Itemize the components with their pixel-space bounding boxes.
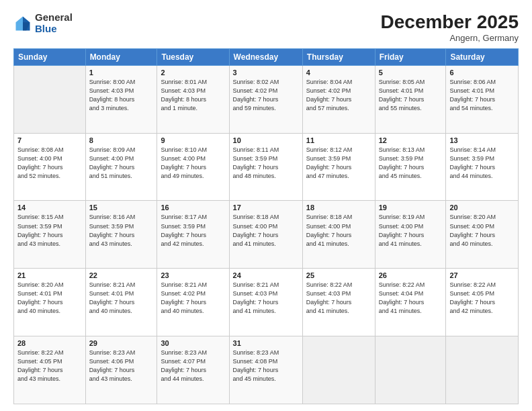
day-number: 28 xyxy=(17,339,82,347)
table-row xyxy=(14,65,86,133)
day-info: Sunrise: 8:14 AM Sunset: 3:59 PM Dayligh… xyxy=(449,146,515,181)
table-row: 17Sunrise: 8:18 AM Sunset: 4:00 PM Dayli… xyxy=(229,201,302,269)
day-info: Sunrise: 8:15 AM Sunset: 3:59 PM Dayligh… xyxy=(17,213,82,248)
day-number: 19 xyxy=(379,203,443,212)
day-info: Sunrise: 8:08 AM Sunset: 4:00 PM Dayligh… xyxy=(17,146,82,181)
table-row: 6Sunrise: 8:06 AM Sunset: 4:01 PM Daylig… xyxy=(446,65,519,133)
day-info: Sunrise: 8:22 AM Sunset: 4:04 PM Dayligh… xyxy=(379,281,443,316)
day-info: Sunrise: 8:23 AM Sunset: 4:06 PM Dayligh… xyxy=(89,349,154,383)
day-number: 15 xyxy=(89,203,154,212)
day-info: Sunrise: 8:18 AM Sunset: 4:00 PM Dayligh… xyxy=(306,213,371,248)
calendar-week-row: 7Sunrise: 8:08 AM Sunset: 4:00 PM Daylig… xyxy=(14,133,519,201)
svg-marker-1 xyxy=(16,16,24,30)
day-number: 3 xyxy=(233,68,299,77)
day-info: Sunrise: 8:12 AM Sunset: 3:59 PM Dayligh… xyxy=(306,146,371,181)
table-row: 23Sunrise: 8:21 AM Sunset: 4:02 PM Dayli… xyxy=(157,269,229,336)
day-info: Sunrise: 8:04 AM Sunset: 4:02 PM Dayligh… xyxy=(306,78,371,113)
day-number: 14 xyxy=(17,203,82,212)
day-number: 26 xyxy=(379,271,443,279)
table-row: 22Sunrise: 8:21 AM Sunset: 4:01 PM Dayli… xyxy=(85,269,157,336)
logo: General Blue xyxy=(13,12,73,34)
header-monday: Monday xyxy=(85,48,157,65)
calendar-week-row: 28Sunrise: 8:22 AM Sunset: 4:05 PM Dayli… xyxy=(14,336,519,404)
table-row: 20Sunrise: 8:20 AM Sunset: 4:00 PM Dayli… xyxy=(446,201,519,269)
month-title: December 2025 xyxy=(381,12,519,33)
day-number: 17 xyxy=(233,203,299,212)
day-number: 30 xyxy=(161,339,225,347)
logo-icon xyxy=(13,14,32,33)
day-number: 22 xyxy=(89,271,154,279)
calendar-week-row: 14Sunrise: 8:15 AM Sunset: 3:59 PM Dayli… xyxy=(14,201,519,269)
logo-text: General Blue xyxy=(35,12,73,34)
table-row xyxy=(375,336,446,404)
day-number: 27 xyxy=(449,271,515,279)
page: General Blue December 2025 Angern, Germa… xyxy=(0,0,532,411)
table-row: 21Sunrise: 8:20 AM Sunset: 4:01 PM Dayli… xyxy=(14,269,86,336)
day-info: Sunrise: 8:02 AM Sunset: 4:02 PM Dayligh… xyxy=(233,78,299,113)
header-sunday: Sunday xyxy=(14,48,86,65)
day-info: Sunrise: 8:01 AM Sunset: 4:03 PM Dayligh… xyxy=(161,78,225,113)
table-row: 1Sunrise: 8:00 AM Sunset: 4:03 PM Daylig… xyxy=(85,65,157,133)
table-row: 27Sunrise: 8:22 AM Sunset: 4:05 PM Dayli… xyxy=(446,269,519,336)
day-info: Sunrise: 8:20 AM Sunset: 4:00 PM Dayligh… xyxy=(449,213,515,248)
header-saturday: Saturday xyxy=(446,48,519,65)
table-row: 30Sunrise: 8:23 AM Sunset: 4:07 PM Dayli… xyxy=(157,336,229,404)
table-row: 9Sunrise: 8:10 AM Sunset: 4:00 PM Daylig… xyxy=(157,133,229,201)
table-row: 13Sunrise: 8:14 AM Sunset: 3:59 PM Dayli… xyxy=(446,133,519,201)
day-info: Sunrise: 8:21 AM Sunset: 4:03 PM Dayligh… xyxy=(233,281,299,316)
day-number: 2 xyxy=(161,68,225,77)
day-number: 16 xyxy=(161,203,225,212)
day-number: 10 xyxy=(233,136,299,144)
table-row: 24Sunrise: 8:21 AM Sunset: 4:03 PM Dayli… xyxy=(229,269,302,336)
logo-blue-text: Blue xyxy=(35,23,57,34)
day-number: 8 xyxy=(89,136,154,144)
day-info: Sunrise: 8:09 AM Sunset: 4:00 PM Dayligh… xyxy=(89,146,154,181)
day-number: 25 xyxy=(306,271,371,279)
day-number: 24 xyxy=(233,271,299,279)
day-number: 9 xyxy=(161,136,225,144)
day-number: 20 xyxy=(449,203,515,212)
day-info: Sunrise: 8:22 AM Sunset: 4:05 PM Dayligh… xyxy=(449,281,515,316)
table-row: 11Sunrise: 8:12 AM Sunset: 3:59 PM Dayli… xyxy=(302,133,375,201)
table-row xyxy=(302,336,375,404)
day-number: 11 xyxy=(306,136,371,144)
day-info: Sunrise: 8:16 AM Sunset: 3:59 PM Dayligh… xyxy=(89,213,154,248)
day-number: 12 xyxy=(379,136,443,144)
day-info: Sunrise: 8:00 AM Sunset: 4:03 PM Dayligh… xyxy=(89,78,154,113)
table-row: 15Sunrise: 8:16 AM Sunset: 3:59 PM Dayli… xyxy=(85,201,157,269)
table-row: 18Sunrise: 8:18 AM Sunset: 4:00 PM Dayli… xyxy=(302,201,375,269)
day-info: Sunrise: 8:21 AM Sunset: 4:01 PM Dayligh… xyxy=(89,281,154,316)
day-info: Sunrise: 8:23 AM Sunset: 4:08 PM Dayligh… xyxy=(233,349,299,383)
header-wednesday: Wednesday xyxy=(229,48,302,65)
day-info: Sunrise: 8:20 AM Sunset: 4:01 PM Dayligh… xyxy=(17,281,82,316)
calendar-header-row: Sunday Monday Tuesday Wednesday Thursday… xyxy=(14,48,519,65)
day-number: 5 xyxy=(379,68,443,77)
table-row: 29Sunrise: 8:23 AM Sunset: 4:06 PM Dayli… xyxy=(85,336,157,404)
table-row: 2Sunrise: 8:01 AM Sunset: 4:03 PM Daylig… xyxy=(157,65,229,133)
table-row: 25Sunrise: 8:22 AM Sunset: 4:03 PM Dayli… xyxy=(302,269,375,336)
day-number: 21 xyxy=(17,271,82,279)
table-row: 7Sunrise: 8:08 AM Sunset: 4:00 PM Daylig… xyxy=(14,133,86,201)
day-number: 6 xyxy=(449,68,515,77)
day-info: Sunrise: 8:17 AM Sunset: 3:59 PM Dayligh… xyxy=(161,213,225,248)
day-number: 13 xyxy=(449,136,515,144)
day-info: Sunrise: 8:13 AM Sunset: 3:59 PM Dayligh… xyxy=(379,146,443,181)
table-row: 19Sunrise: 8:19 AM Sunset: 4:00 PM Dayli… xyxy=(375,201,446,269)
day-info: Sunrise: 8:18 AM Sunset: 4:00 PM Dayligh… xyxy=(233,213,299,248)
header: General Blue December 2025 Angern, Germa… xyxy=(13,12,519,43)
table-row: 26Sunrise: 8:22 AM Sunset: 4:04 PM Dayli… xyxy=(375,269,446,336)
day-number: 23 xyxy=(161,271,225,279)
title-block: December 2025 Angern, Germany xyxy=(381,12,519,43)
day-number: 7 xyxy=(17,136,82,144)
day-info: Sunrise: 8:05 AM Sunset: 4:01 PM Dayligh… xyxy=(379,78,443,113)
logo-general-text: General xyxy=(35,11,73,23)
table-row: 16Sunrise: 8:17 AM Sunset: 3:59 PM Dayli… xyxy=(157,201,229,269)
day-info: Sunrise: 8:19 AM Sunset: 4:00 PM Dayligh… xyxy=(379,213,443,248)
table-row: 12Sunrise: 8:13 AM Sunset: 3:59 PM Dayli… xyxy=(375,133,446,201)
day-info: Sunrise: 8:06 AM Sunset: 4:01 PM Dayligh… xyxy=(449,78,515,113)
table-row: 31Sunrise: 8:23 AM Sunset: 4:08 PM Dayli… xyxy=(229,336,302,404)
day-info: Sunrise: 8:22 AM Sunset: 4:03 PM Dayligh… xyxy=(306,281,371,316)
day-number: 4 xyxy=(306,68,371,77)
table-row: 8Sunrise: 8:09 AM Sunset: 4:00 PM Daylig… xyxy=(85,133,157,201)
calendar-table: Sunday Monday Tuesday Wednesday Thursday… xyxy=(13,48,519,404)
